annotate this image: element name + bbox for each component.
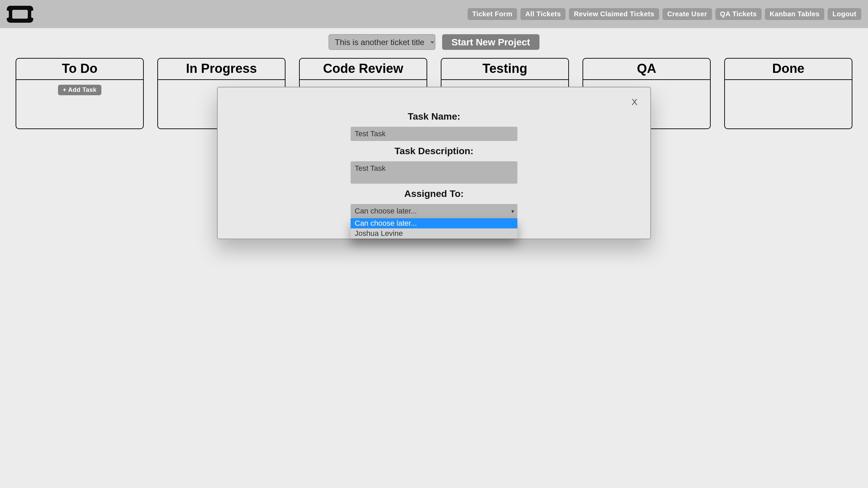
toolbar: This is another ticket title Start New P… (0, 34, 868, 50)
nav-logout[interactable]: Logout (828, 8, 861, 20)
task-name-input[interactable] (351, 127, 517, 141)
column-title: Code Review (300, 59, 427, 80)
column-done: Done (724, 58, 852, 129)
ticket-logo (7, 6, 33, 23)
nav-qa-tickets[interactable]: QA Tickets (715, 8, 762, 20)
assigned-option[interactable]: Joshua Levine (351, 228, 517, 239)
nav-kanban-tables[interactable]: Kanban Tables (765, 8, 824, 20)
topbar: Ticket Form All Tickets Review Claimed T… (0, 0, 868, 28)
add-task-button[interactable]: + Add Task (58, 85, 101, 95)
task-name-label: Task Name: (408, 111, 460, 122)
nav-create-user[interactable]: Create User (663, 8, 712, 20)
project-select[interactable]: This is another ticket title (329, 34, 435, 50)
column-title: To Do (16, 59, 143, 80)
nav-review-claimed-tickets[interactable]: Review Claimed Tickets (569, 8, 659, 20)
nav-ticket-form[interactable]: Ticket Form (468, 8, 517, 20)
task-description-label: Task Description: (395, 146, 474, 157)
start-new-project-button[interactable]: Start New Project (442, 34, 540, 50)
column-title: In Progress (158, 59, 285, 80)
column-title: Done (725, 59, 852, 80)
column-todo: To Do + Add Task (16, 58, 144, 129)
column-title: QA (583, 59, 710, 80)
assigned-option[interactable]: Can choose later... (351, 218, 517, 228)
nav: Ticket Form All Tickets Review Claimed T… (468, 8, 861, 20)
assigned-to-select[interactable]: Can choose later... (351, 204, 517, 218)
add-task-modal: X Task Name: Task Description: Assigned … (217, 87, 651, 239)
assigned-to-label: Assigned To: (404, 188, 463, 199)
task-description-input[interactable] (351, 161, 517, 184)
assigned-to-listbox: Can choose later... Joshua Levine (351, 218, 517, 239)
nav-all-tickets[interactable]: All Tickets (520, 8, 566, 20)
close-button[interactable]: X (632, 97, 637, 107)
column-title: Testing (441, 59, 568, 80)
